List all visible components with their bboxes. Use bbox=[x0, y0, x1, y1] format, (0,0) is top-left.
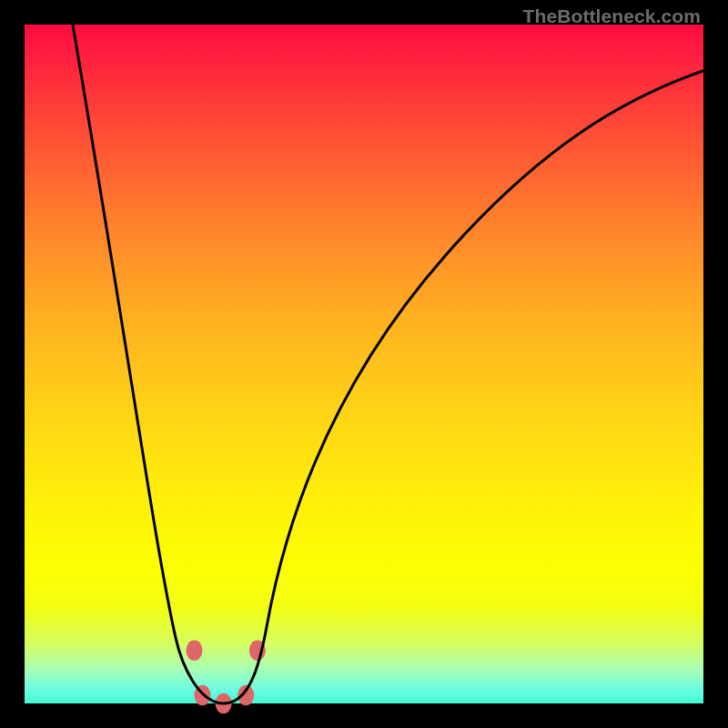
bottleneck-curve-plot bbox=[25, 25, 703, 703]
curve-marker bbox=[187, 641, 203, 662]
bottleneck-curve bbox=[73, 25, 703, 703]
